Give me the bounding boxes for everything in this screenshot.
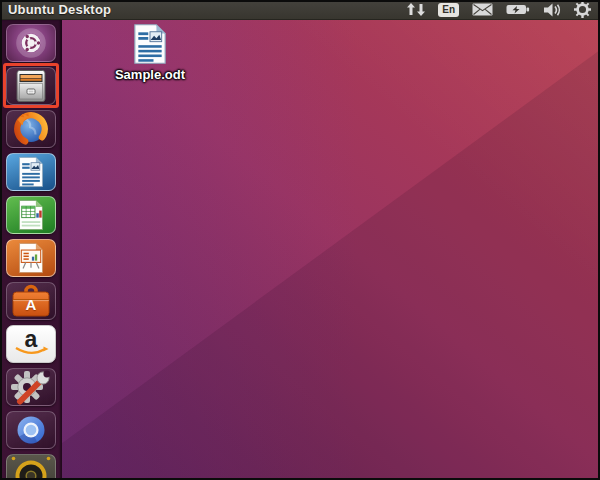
text-sync-arrows-indicator[interactable] [407, 3, 425, 16]
impress-presentation-icon [16, 242, 46, 274]
up-down-arrows-icon [407, 3, 425, 16]
ubuntu-desktop-screen: Ubuntu Desktop En [0, 0, 600, 480]
unity-launcher: A a [0, 20, 62, 480]
speaker-volume-icon [543, 3, 561, 17]
desktop-icon-label: Sample.odt [115, 67, 185, 82]
speaker-icon [9, 454, 53, 480]
calc-spreadsheet-icon [16, 199, 46, 231]
mail-indicator[interactable] [472, 3, 493, 16]
desktop-wallpaper[interactable]: Sample.odt [62, 20, 600, 480]
ubuntu-dash-icon [14, 28, 48, 58]
keyboard-layout-badge: En [438, 3, 459, 17]
gear-icon [574, 1, 591, 18]
gear-wrench-icon [9, 369, 53, 405]
launcher-item-firefox[interactable] [6, 110, 56, 148]
writer-document-icon [16, 156, 46, 188]
volume-indicator[interactable] [543, 3, 561, 17]
desktop-icon-sample-odt[interactable]: Sample.odt [104, 23, 196, 82]
launcher-item-libreoffice-impress[interactable] [6, 239, 56, 277]
panel-title: Ubuntu Desktop [8, 2, 111, 17]
launcher-item-dash-home[interactable] [6, 24, 56, 62]
launcher-item-media-player[interactable] [6, 454, 56, 480]
odt-document-icon [130, 23, 170, 65]
launcher-item-files[interactable] [6, 67, 56, 105]
launcher-item-chromium[interactable] [6, 411, 56, 449]
top-panel: Ubuntu Desktop En [0, 0, 600, 20]
envelope-icon [472, 3, 493, 16]
keyboard-layout-indicator[interactable]: En [438, 3, 459, 17]
session-menu-indicator[interactable] [574, 1, 591, 18]
launcher-item-libreoffice-calc[interactable] [6, 196, 56, 234]
file-cabinet-icon [13, 69, 49, 103]
battery-charging-icon [506, 3, 530, 16]
launcher-item-ubuntu-software[interactable]: A [6, 282, 56, 320]
firefox-icon [12, 111, 50, 147]
amazon-smile-arrow-icon [14, 346, 50, 357]
launcher-item-amazon[interactable]: a [6, 325, 56, 363]
amazon-letter-a: a [7, 327, 55, 351]
battery-indicator[interactable] [506, 3, 530, 16]
indicator-area: En [407, 1, 591, 18]
launcher-item-libreoffice-writer[interactable] [6, 153, 56, 191]
software-bag-icon [9, 283, 53, 319]
chromium-icon [12, 412, 50, 448]
launcher-item-system-settings[interactable] [6, 368, 56, 406]
